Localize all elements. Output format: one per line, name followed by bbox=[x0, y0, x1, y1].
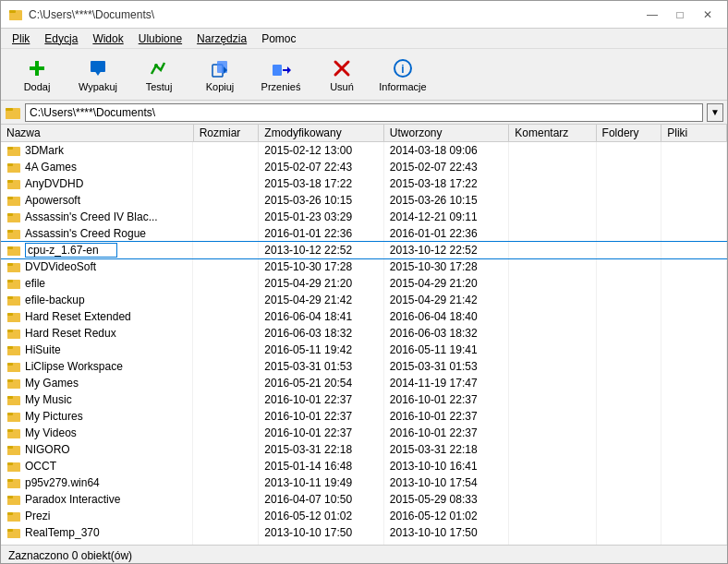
file-files-cell bbox=[661, 474, 727, 491]
table-row[interactable]: HiSuite2016-05-11 19:422016-05-11 19:41 bbox=[1, 342, 727, 358]
toolbar-copy-button[interactable]: Kopiuj bbox=[191, 54, 249, 96]
file-modified-cell: 2015-02-12 13:00 bbox=[259, 142, 383, 160]
table-row[interactable]: 2013-10-12 22:522013-10-12 22:52 bbox=[1, 242, 727, 258]
table-row[interactable]: My Music2016-10-01 22:372016-10-01 22:37 bbox=[1, 391, 727, 408]
address-dropdown[interactable]: ▼ bbox=[707, 103, 723, 122]
file-list[interactable]: Nazwa Rozmiar Zmodyfikowany Utworzony Ko… bbox=[1, 125, 727, 545]
svg-rect-68 bbox=[7, 396, 13, 399]
maximize-button[interactable]: □ bbox=[668, 6, 692, 24]
file-files-cell bbox=[661, 541, 727, 545]
svg-rect-59 bbox=[7, 346, 13, 349]
table-row[interactable]: Paradox Interactive2016-04-07 10:502015-… bbox=[1, 491, 727, 508]
file-created-cell: 2015-05-29 08:33 bbox=[383, 491, 508, 508]
table-row[interactable]: Hard Reset Extended2016-06-04 18:412016-… bbox=[1, 308, 727, 325]
file-comment-cell bbox=[509, 358, 596, 375]
col-name[interactable]: Nazwa bbox=[1, 125, 193, 142]
folder-icon bbox=[6, 143, 21, 158]
file-name-cell: p95v279.win64 bbox=[1, 474, 193, 491]
table-row[interactable]: Hard Reset Redux2016-06-03 18:322016-06-… bbox=[1, 325, 727, 342]
menu-narzedzia[interactable]: Narzędzia bbox=[189, 30, 254, 47]
col-size[interactable]: Rozmiar bbox=[193, 125, 259, 142]
file-comment-cell bbox=[509, 258, 596, 275]
table-row[interactable]: My Pictures2016-10-01 22:372016-10-01 22… bbox=[1, 408, 727, 425]
file-created-cell: 2016-06-04 18:40 bbox=[383, 308, 508, 325]
file-comment-cell bbox=[509, 474, 596, 491]
table-row[interactable]: LiClipse Workspace2015-03-31 01:532015-0… bbox=[1, 358, 727, 375]
file-comment-cell bbox=[509, 159, 596, 175]
file-files-cell bbox=[661, 358, 727, 375]
table-row[interactable]: Apowersoft2015-03-26 10:152015-03-26 10:… bbox=[1, 192, 727, 209]
file-size-cell bbox=[193, 275, 259, 292]
file-comment-cell bbox=[509, 458, 596, 474]
folder-icon bbox=[6, 376, 21, 390]
file-name-label: 4A Games bbox=[25, 161, 77, 174]
col-files[interactable]: Pliki bbox=[661, 125, 727, 142]
table-row[interactable]: My Games2016-05-21 20:542014-11-19 17:47 bbox=[1, 375, 727, 391]
file-folders-cell bbox=[596, 391, 661, 408]
table-row[interactable]: Assassin's Creed IV Blac...2015-01-23 03… bbox=[1, 209, 727, 225]
menu-pomoc[interactable]: Pomoc bbox=[254, 30, 303, 47]
toolbar-test-button[interactable]: Testuj bbox=[130, 54, 188, 96]
file-table: Nazwa Rozmiar Zmodyfikowany Utworzony Ko… bbox=[1, 125, 727, 545]
file-size-cell bbox=[193, 358, 259, 375]
file-files-cell bbox=[661, 159, 727, 175]
table-row[interactable]: Prezi2016-05-12 01:022016-05-12 01:02 bbox=[1, 508, 727, 524]
address-input[interactable] bbox=[25, 103, 703, 122]
file-size-cell bbox=[193, 142, 259, 160]
toolbar-info-button[interactable]: i Informacje bbox=[374, 54, 431, 96]
file-name-cell: My Pictures bbox=[1, 408, 193, 425]
toolbar-delete-button[interactable]: Usuń bbox=[313, 54, 370, 96]
close-button[interactable]: ✕ bbox=[696, 6, 720, 24]
file-files-cell bbox=[661, 508, 727, 524]
file-files-cell bbox=[661, 491, 727, 508]
table-row[interactable]: 4A Games2015-02-07 22:432015-02-07 22:43 bbox=[1, 159, 727, 175]
move-icon bbox=[270, 57, 292, 79]
table-row[interactable]: Assassin's Creed Rogue2016-01-01 22:3620… bbox=[1, 225, 727, 242]
rename-input[interactable] bbox=[25, 243, 117, 258]
table-row[interactable]: NIGORO2015-03-31 22:182015-03-31 22:18 bbox=[1, 441, 727, 458]
file-created-cell: 2016-01-01 22:36 bbox=[383, 225, 508, 242]
table-row[interactable]: Robot Entertainment2016-02-11 10:162015-… bbox=[1, 541, 727, 545]
file-files-cell bbox=[661, 225, 727, 242]
table-row[interactable]: My Videos2016-10-01 22:372016-10-01 22:3… bbox=[1, 425, 727, 441]
minimize-button[interactable]: — bbox=[640, 6, 664, 24]
table-row[interactable]: AnyDVDHD2015-03-18 17:222015-03-18 17:22 bbox=[1, 175, 727, 192]
file-name-cell: LiClipse Workspace bbox=[1, 358, 193, 375]
table-row[interactable]: efile2015-04-29 21:202015-04-29 21:20 bbox=[1, 275, 727, 292]
extract-icon bbox=[87, 57, 109, 79]
table-row[interactable]: OCCT2015-01-14 16:482013-10-10 16:41 bbox=[1, 458, 727, 474]
table-row[interactable]: efile-backup2015-04-29 21:422015-04-29 2… bbox=[1, 292, 727, 308]
folder-icon bbox=[6, 459, 21, 474]
table-row[interactable]: 3DMark2015-02-12 13:002014-03-18 09:06 bbox=[1, 142, 727, 160]
svg-rect-64 bbox=[7, 381, 20, 389]
table-row[interactable]: p95v279.win642013-10-11 19:492013-10-10 … bbox=[1, 474, 727, 491]
file-folders-cell bbox=[596, 225, 661, 242]
menu-plik[interactable]: Plik bbox=[5, 30, 37, 47]
file-name-label: Hard Reset Extended bbox=[25, 310, 131, 323]
file-size-cell bbox=[193, 175, 259, 192]
toolbar: Dodaj Wypakuj Testuj Ko bbox=[1, 49, 727, 101]
toolbar-extract-button[interactable]: Wypakuj bbox=[69, 54, 127, 96]
file-name-label: p95v279.win64 bbox=[25, 476, 100, 489]
col-folders[interactable]: Foldery bbox=[596, 125, 661, 142]
menu-widok[interactable]: Widok bbox=[85, 30, 130, 47]
file-size-cell bbox=[193, 308, 259, 325]
file-name-cell: efile-backup bbox=[1, 292, 193, 308]
file-name-label: OCCT bbox=[25, 460, 56, 473]
toolbar-add-button[interactable]: Dodaj bbox=[8, 54, 66, 96]
folder-icon bbox=[6, 342, 21, 357]
file-created-cell: 2015-04-29 21:42 bbox=[383, 292, 508, 308]
folder-icon bbox=[6, 259, 21, 274]
table-row[interactable]: RealTemp_3702013-10-10 17:502013-10-10 1… bbox=[1, 524, 727, 541]
file-modified-cell: 2016-02-11 10:16 bbox=[259, 541, 383, 545]
table-row[interactable]: DVDVideoSoft2015-10-30 17:282015-10-30 1… bbox=[1, 258, 727, 275]
col-comment[interactable]: Komentarz bbox=[509, 125, 596, 142]
col-modified[interactable]: Zmodyfikowany bbox=[259, 125, 383, 142]
menu-edycja[interactable]: Edycja bbox=[37, 30, 85, 47]
toolbar-move-button[interactable]: Przenieś bbox=[252, 54, 309, 96]
svg-rect-23 bbox=[7, 147, 13, 150]
menu-ulubione[interactable]: Ulubione bbox=[131, 30, 189, 47]
svg-rect-79 bbox=[7, 464, 20, 472]
col-created[interactable]: Utworzony bbox=[383, 125, 508, 142]
file-modified-cell: 2013-10-12 22:52 bbox=[259, 242, 383, 258]
